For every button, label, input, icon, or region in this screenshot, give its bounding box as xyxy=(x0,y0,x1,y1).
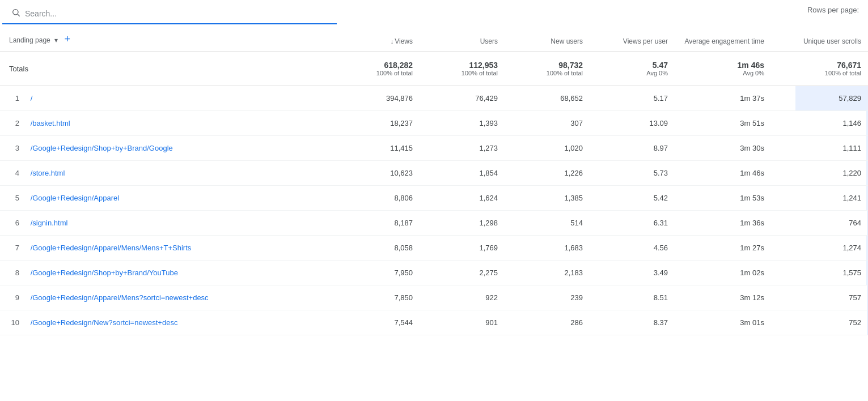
scroll-value: 57,829 xyxy=(839,94,861,103)
row-new-users: 307 xyxy=(505,111,590,136)
row-users: 1,393 xyxy=(420,111,505,136)
row-views-per-user: 8.51 xyxy=(590,285,675,310)
row-views-per-user: 5.17 xyxy=(590,86,675,111)
row-users: 2,275 xyxy=(420,261,505,285)
totals-unique-scrolls: 76,671 100% of total xyxy=(771,52,868,86)
row-views-per-user: 8.37 xyxy=(590,310,675,335)
scroll-bar-bg xyxy=(866,136,868,160)
row-unique-scrolls: 1,575 xyxy=(771,261,868,285)
scroll-value: 1,146 xyxy=(842,119,861,127)
svg-line-1 xyxy=(18,14,20,16)
scroll-bar-bg xyxy=(866,161,868,185)
landing-page-link[interactable]: /Google+Redesign/Apparel/Mens/Mens+T+Shi… xyxy=(31,244,192,252)
row-avg-eng: 3m 01s xyxy=(675,310,771,335)
row-unique-scrolls: 1,241 xyxy=(771,186,868,211)
row-new-users: 1,226 xyxy=(505,161,590,186)
landing-page-link[interactable]: / xyxy=(31,94,33,103)
landing-page-link[interactable]: /Google+Redesign/Shop+by+Brand/YouTube xyxy=(31,268,178,277)
landing-page-link[interactable]: /Google+Redesign/Shop+by+Brand/Google xyxy=(31,144,173,152)
row-unique-scrolls: 1,111 xyxy=(771,136,868,161)
totals-new-users: 98,732 100% of total xyxy=(505,52,590,86)
row-new-users: 286 xyxy=(505,310,590,335)
row-number: 9 xyxy=(9,293,19,302)
landing-page-dropdown-icon[interactable]: ▾ xyxy=(54,36,58,44)
row-views-per-user: 6.31 xyxy=(590,211,675,236)
row-views: 394,876 xyxy=(335,86,420,111)
row-new-users: 239 xyxy=(505,285,590,310)
views-per-user-header[interactable]: Views per user xyxy=(590,28,675,52)
row-views: 8,187 xyxy=(335,211,420,236)
row-number: 4 xyxy=(9,169,19,177)
landing-page-link[interactable]: /signin.html xyxy=(31,219,68,227)
landing-page-link[interactable]: /basket.html xyxy=(31,119,70,127)
row-views: 8,058 xyxy=(335,236,420,261)
scroll-value: 757 xyxy=(849,293,861,302)
row-views-per-user: 3.49 xyxy=(590,261,675,285)
row-unique-scrolls: 757 xyxy=(771,285,868,310)
table-row: 1 / 394,87676,42968,6525.171m 37s57,829 xyxy=(0,86,868,111)
table-row: 4 /store.html 10,6231,8541,2265.731m 46s… xyxy=(0,161,868,186)
search-bar[interactable] xyxy=(2,3,337,24)
row-views: 18,237 xyxy=(335,111,420,136)
scroll-bar-bg xyxy=(866,111,868,135)
table-row: 3 /Google+Redesign/Shop+by+Brand/Google … xyxy=(0,136,868,161)
totals-users: 112,953 100% of total xyxy=(420,52,505,86)
row-new-users: 2,183 xyxy=(505,261,590,285)
table-row: 2 /basket.html 18,2371,39330713.093m 51s… xyxy=(0,111,868,136)
search-input[interactable] xyxy=(25,9,328,18)
row-landing-cell: 9 /Google+Redesign/Apparel/Mens?sortci=n… xyxy=(0,285,335,310)
landing-page-link[interactable]: /Google+Redesign/Apparel xyxy=(31,194,119,202)
row-landing-cell: 1 / xyxy=(0,86,335,111)
row-avg-eng: 1m 46s xyxy=(675,161,771,186)
row-unique-scrolls: 752 xyxy=(771,310,868,335)
row-avg-eng: 3m 12s xyxy=(675,285,771,310)
row-landing-cell: 3 /Google+Redesign/Shop+by+Brand/Google xyxy=(0,136,335,161)
row-users: 76,429 xyxy=(420,86,505,111)
row-new-users: 514 xyxy=(505,211,590,236)
scroll-value: 1,241 xyxy=(842,194,861,202)
views-header[interactable]: ↓Views xyxy=(335,28,420,52)
users-header[interactable]: Users xyxy=(420,28,505,52)
landing-page-link[interactable]: /Google+Redesign/Apparel/Mens?sortci=new… xyxy=(31,293,209,302)
scroll-value: 764 xyxy=(849,219,861,227)
row-landing-cell: 7 /Google+Redesign/Apparel/Mens/Mens+T+S… xyxy=(0,236,335,261)
row-views: 7,544 xyxy=(335,310,420,335)
table-header-row: Landing page ▾ + ↓Views Users New users … xyxy=(0,28,868,52)
row-users: 922 xyxy=(420,285,505,310)
landing-page-link[interactable]: /store.html xyxy=(31,169,65,177)
svg-point-0 xyxy=(13,10,18,15)
row-landing-cell: 10 /Google+Redesign/New?sortci=newest+de… xyxy=(0,310,335,335)
row-users: 901 xyxy=(420,310,505,335)
row-unique-scrolls: 1,274 xyxy=(771,236,868,261)
row-avg-eng: 1m 36s xyxy=(675,211,771,236)
table-row: 10 /Google+Redesign/New?sortci=newest+de… xyxy=(0,310,868,335)
row-number: 7 xyxy=(9,244,19,252)
top-row: Rows per page: xyxy=(0,0,868,28)
row-avg-eng: 1m 27s xyxy=(675,236,771,261)
unique-scrolls-header[interactable]: Unique user scrolls xyxy=(771,28,868,52)
row-number: 1 xyxy=(9,94,19,103)
scroll-bar-bg xyxy=(866,236,868,260)
row-unique-scrolls: 1,220 xyxy=(771,161,868,186)
row-unique-scrolls: 57,829 xyxy=(771,86,868,111)
row-views-per-user: 5.73 xyxy=(590,161,675,186)
row-views-per-user: 4.56 xyxy=(590,236,675,261)
scroll-bar-bg xyxy=(866,186,868,210)
row-number: 3 xyxy=(9,144,19,152)
table-row: 9 /Google+Redesign/Apparel/Mens?sortci=n… xyxy=(0,285,868,310)
table-row: 8 /Google+Redesign/Shop+by+Brand/YouTube… xyxy=(0,261,868,285)
table-row: 6 /signin.html 8,1871,2985146.311m 36s76… xyxy=(0,211,868,236)
add-dimension-button[interactable]: + xyxy=(64,33,70,45)
row-landing-cell: 5 /Google+Redesign/Apparel xyxy=(0,186,335,211)
avg-engagement-header[interactable]: Average engagement time xyxy=(675,28,771,52)
landing-page-header[interactable]: Landing page ▾ + xyxy=(0,28,335,52)
row-landing-cell: 6 /signin.html xyxy=(0,211,335,236)
scroll-bar-bg xyxy=(866,261,868,285)
new-users-header[interactable]: New users xyxy=(505,28,590,52)
row-views: 10,623 xyxy=(335,161,420,186)
landing-page-link[interactable]: /Google+Redesign/New?sortci=newest+desc xyxy=(31,318,178,327)
totals-views: 618,282 100% of total xyxy=(335,52,420,86)
row-new-users: 1,683 xyxy=(505,236,590,261)
row-views: 11,415 xyxy=(335,136,420,161)
data-table: Landing page ▾ + ↓Views Users New users … xyxy=(0,28,868,335)
